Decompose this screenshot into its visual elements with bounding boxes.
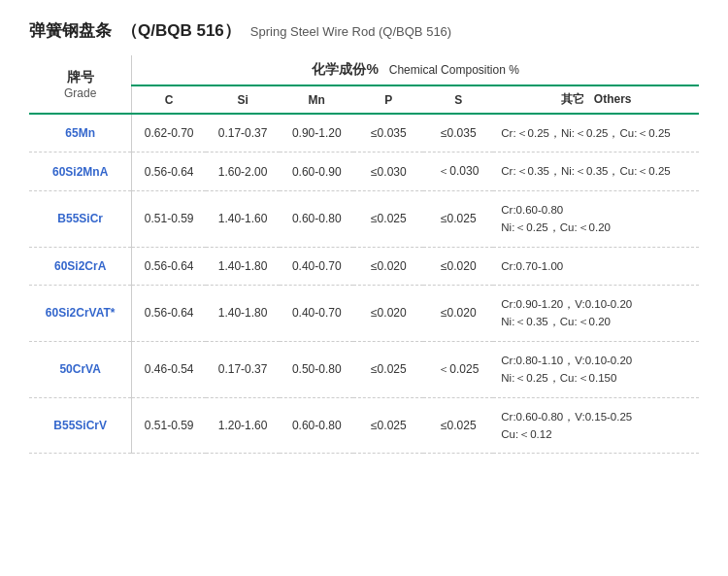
table-row: B55SiCrV0.51-0.591.20-1.600.60-0.80≤0.02… — [29, 397, 699, 454]
others-label-cn: 其它 — [561, 92, 584, 106]
col-mn: Mn — [280, 85, 353, 114]
s-cell: ＜0.025 — [423, 341, 493, 397]
grade-header: 牌号 Grade — [29, 55, 132, 114]
si-cell: 1.40-1.60 — [206, 190, 280, 247]
p-cell: ≤0.030 — [353, 152, 423, 190]
c-cell: 0.62-0.70 — [132, 114, 206, 152]
c-cell: 0.56-0.64 — [132, 285, 206, 341]
table-row: 60Si2CrA0.56-0.641.40-1.800.40-0.70≤0.02… — [29, 247, 699, 285]
si-cell: 1.60-2.00 — [206, 152, 280, 190]
s-cell: ≤0.020 — [423, 247, 493, 285]
title-cn: 弹簧钢盘条 — [29, 19, 112, 42]
c-cell: 0.56-0.64 — [132, 247, 206, 285]
p-cell: ≤0.025 — [353, 341, 423, 397]
mn-cell: 0.90-1.20 — [280, 114, 353, 152]
p-cell: ≤0.025 — [353, 397, 423, 454]
composition-header: 化学成份% Chemical Composition % — [132, 55, 699, 85]
others-cell: Cr:0.60-0.80Ni:＜0.25，Cu:＜0.20 — [493, 190, 699, 247]
others-cell: Cr:＜0.35，Ni:＜0.35，Cu:＜0.25 — [493, 152, 699, 190]
mn-cell: 0.60-0.80 — [280, 397, 353, 454]
others-cell: Cr:＜0.25，Ni:＜0.25，Cu:＜0.25 — [493, 114, 699, 152]
s-cell: ＜0.030 — [423, 152, 493, 190]
composition-label-en: Chemical Composition % — [389, 63, 519, 77]
col-s: S — [423, 85, 493, 114]
mn-cell: 0.40-0.70 — [280, 285, 353, 341]
c-cell: 0.51-0.59 — [132, 397, 206, 454]
c-cell: 0.46-0.54 — [132, 341, 206, 397]
grade-label-cn: 牌号 — [33, 69, 127, 86]
composition-table: 牌号 Grade 化学成份% Chemical Composition % C … — [29, 55, 699, 454]
c-cell: 0.51-0.59 — [132, 190, 206, 247]
s-cell: ≤0.020 — [423, 285, 493, 341]
grade-cell: 50CrVA — [29, 341, 132, 397]
table-row: B55SiCr0.51-0.591.40-1.600.60-0.80≤0.025… — [29, 190, 699, 247]
grade-cell: B55SiCrV — [29, 397, 132, 454]
mn-cell: 0.50-0.80 — [280, 341, 353, 397]
others-cell: Cr:0.70-1.00 — [493, 247, 699, 285]
grade-cell: B55SiCr — [29, 190, 132, 247]
mn-cell: 0.40-0.70 — [280, 247, 353, 285]
title-en: Spring Steel Wire Rod (Q/BQB 516) — [250, 24, 451, 39]
si-cell: 0.17-0.37 — [206, 341, 280, 397]
table-row: 65Mn0.62-0.700.17-0.370.90-1.20≤0.035≤0.… — [29, 114, 699, 152]
col-c: C — [132, 85, 206, 114]
col-others: 其它 Others — [493, 85, 699, 114]
c-cell: 0.56-0.64 — [132, 152, 206, 190]
si-cell: 0.17-0.37 — [206, 114, 280, 152]
mn-cell: 0.60-0.90 — [280, 152, 353, 190]
table-row: 50CrVA0.46-0.540.17-0.370.50-0.80≤0.025＜… — [29, 341, 699, 397]
table-row: 60Si2CrVAT*0.56-0.641.40-1.800.40-0.70≤0… — [29, 285, 699, 341]
grade-label-en: Grade — [33, 86, 127, 100]
si-cell: 1.20-1.60 — [206, 397, 280, 454]
mn-cell: 0.60-0.80 — [280, 190, 353, 247]
col-si: Si — [206, 85, 280, 114]
others-cell: Cr:0.90-1.20，V:0.10-0.20Ni:＜0.35，Cu:＜0.2… — [493, 285, 699, 341]
grade-cell: 60Si2CrA — [29, 247, 132, 285]
p-cell: ≤0.020 — [353, 247, 423, 285]
si-cell: 1.40-1.80 — [206, 285, 280, 341]
s-cell: ≤0.035 — [423, 114, 493, 152]
grade-cell: 60Si2MnA — [29, 152, 132, 190]
si-cell: 1.40-1.80 — [206, 247, 280, 285]
table-container: 牌号 Grade 化学成份% Chemical Composition % C … — [29, 55, 699, 454]
others-label-en: Others — [594, 92, 632, 106]
table-row: 60Si2MnA0.56-0.641.60-2.000.60-0.90≤0.03… — [29, 152, 699, 190]
s-cell: ≤0.025 — [423, 397, 493, 454]
col-p: P — [353, 85, 423, 114]
title-spec: （Q/BQB 516） — [121, 19, 241, 42]
p-cell: ≤0.035 — [353, 114, 423, 152]
others-cell: Cr:0.60-0.80，V:0.15-0.25Cu:＜0.12 — [493, 397, 699, 454]
composition-label-cn: 化学成份% — [312, 61, 378, 77]
others-cell: Cr:0.80-1.10，V:0.10-0.20Ni:＜0.25，Cu:＜0.1… — [493, 341, 699, 397]
p-cell: ≤0.025 — [353, 190, 423, 247]
grade-cell: 60Si2CrVAT* — [29, 285, 132, 341]
s-cell: ≤0.025 — [423, 190, 493, 247]
grade-cell: 65Mn — [29, 114, 132, 152]
p-cell: ≤0.020 — [353, 285, 423, 341]
